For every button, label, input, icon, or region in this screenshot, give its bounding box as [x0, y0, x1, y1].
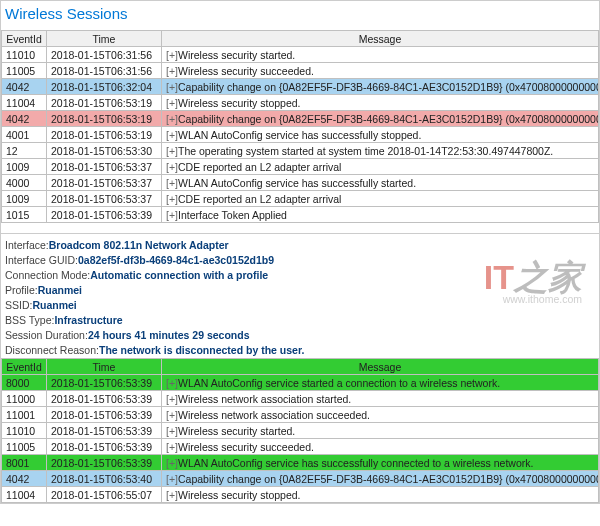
message-text: Wireless security stopped.	[178, 489, 301, 501]
expand-icon[interactable]: [+]	[166, 393, 178, 405]
cell-eventid: 1009	[2, 191, 47, 207]
cell-message: [+]Wireless network association succeede…	[162, 407, 599, 423]
message-text: WLAN AutoConfig service started a connec…	[178, 377, 500, 389]
detail-value: 0a82ef5f-df3b-4669-84c1-ae3c0152d1b9	[78, 254, 274, 266]
cell-message: [+]CDE reported an L2 adapter arrival	[162, 159, 599, 175]
expand-icon[interactable]: [+]	[166, 113, 178, 125]
table-row[interactable]: 40422018-01-15T06:53:40[+]Capability cha…	[2, 471, 599, 487]
table-row[interactable]: 110042018-01-15T06:55:07[+]Wireless secu…	[2, 487, 599, 503]
cell-eventid: 4042	[2, 79, 47, 95]
cell-time: 2018-01-15T06:55:07	[47, 487, 162, 503]
col-event-header[interactable]: EventId	[2, 359, 47, 375]
table-row[interactable]: 110052018-01-15T06:31:56[+]Wireless secu…	[2, 63, 599, 79]
col-message-header[interactable]: Message	[162, 359, 599, 375]
expand-icon[interactable]: [+]	[166, 177, 178, 189]
cell-eventid: 1009	[2, 159, 47, 175]
detail-label: BSS Type:	[5, 314, 54, 326]
message-text: The operating system started at system t…	[178, 145, 553, 157]
cell-eventid: 11010	[2, 47, 47, 63]
col-message-header[interactable]: Message	[162, 31, 599, 47]
cell-time: 2018-01-15T06:53:39	[47, 391, 162, 407]
cell-message: [+]WLAN AutoConfig service has successfu…	[162, 175, 599, 191]
cell-time: 2018-01-15T06:53:39	[47, 207, 162, 223]
cell-time: 2018-01-15T06:53:19	[47, 95, 162, 111]
table-row[interactable]: 40002018-01-15T06:53:37[+]WLAN AutoConfi…	[2, 175, 599, 191]
table-row[interactable]: 110102018-01-15T06:53:39[+]Wireless secu…	[2, 423, 599, 439]
cell-time: 2018-01-15T06:31:56	[47, 63, 162, 79]
table-row[interactable]: 40422018-01-15T06:53:19[+]Capability cha…	[2, 111, 599, 127]
cell-eventid: 4001	[2, 127, 47, 143]
table-row[interactable]: 10152018-01-15T06:53:39[+]Interface Toke…	[2, 207, 599, 223]
expand-icon[interactable]: [+]	[166, 145, 178, 157]
message-text: WLAN AutoConfig service has successfully…	[178, 129, 421, 141]
expand-icon[interactable]: [+]	[166, 81, 178, 93]
detail-label: Session Duration:	[5, 329, 88, 341]
table-row[interactable]: 40012018-01-15T06:53:19[+]WLAN AutoConfi…	[2, 127, 599, 143]
col-event-header[interactable]: EventId	[2, 31, 47, 47]
col-time-header[interactable]: Time	[47, 359, 162, 375]
cell-time: 2018-01-15T06:53:19	[47, 111, 162, 127]
expand-icon[interactable]: [+]	[166, 193, 178, 205]
expand-icon[interactable]: [+]	[166, 209, 178, 221]
expand-icon[interactable]: [+]	[166, 161, 178, 173]
cell-time: 2018-01-15T06:53:30	[47, 143, 162, 159]
cell-eventid: 12	[2, 143, 47, 159]
detail-value: 24 hours 41 minutes 29 seconds	[88, 329, 250, 341]
cell-message: [+]CDE reported an L2 adapter arrival	[162, 191, 599, 207]
expand-icon[interactable]: [+]	[166, 65, 178, 77]
cell-time: 2018-01-15T06:53:37	[47, 191, 162, 207]
expand-icon[interactable]: [+]	[166, 441, 178, 453]
expand-icon[interactable]: [+]	[166, 377, 178, 389]
expand-icon[interactable]: [+]	[166, 97, 178, 109]
cell-eventid: 4000	[2, 175, 47, 191]
detail-label: Connection Mode:	[5, 269, 90, 281]
message-text: Wireless security succeeded.	[178, 441, 314, 453]
cell-message: [+]Wireless security succeeded.	[162, 439, 599, 455]
expand-icon[interactable]: [+]	[166, 49, 178, 61]
table-row[interactable]: 110042018-01-15T06:53:19[+]Wireless secu…	[2, 95, 599, 111]
message-text: Capability change on {0A82EF5F-DF3B-4669…	[178, 473, 599, 485]
expand-icon[interactable]: [+]	[166, 409, 178, 421]
message-text: CDE reported an L2 adapter arrival	[178, 161, 341, 173]
cell-time: 2018-01-15T06:53:39	[47, 407, 162, 423]
table-row[interactable]: 110002018-01-15T06:53:39[+]Wireless netw…	[2, 391, 599, 407]
table-row[interactable]: 110102018-01-15T06:31:56[+]Wireless secu…	[2, 47, 599, 63]
cell-message: [+]WLAN AutoConfig service has successfu…	[162, 455, 599, 471]
cell-message: [+]Wireless security stopped.	[162, 487, 599, 503]
table-row[interactable]: 110052018-01-15T06:53:39[+]Wireless secu…	[2, 439, 599, 455]
table-row[interactable]: 10092018-01-15T06:53:37[+]CDE reported a…	[2, 159, 599, 175]
detail-value: Infrastructure	[54, 314, 122, 326]
cell-eventid: 11005	[2, 63, 47, 79]
table-row[interactable]: 122018-01-15T06:53:30[+]The operating sy…	[2, 143, 599, 159]
message-text: Capability change on {0A82EF5F-DF3B-4669…	[178, 113, 599, 125]
cell-time: 2018-01-15T06:53:39	[47, 423, 162, 439]
col-time-header[interactable]: Time	[47, 31, 162, 47]
cell-eventid: 11000	[2, 391, 47, 407]
detail-label: Interface GUID:	[5, 254, 78, 266]
expand-icon[interactable]: [+]	[166, 129, 178, 141]
detail-value: Broadcom 802.11n Network Adapter	[49, 239, 229, 251]
cell-message: [+]Wireless security started.	[162, 47, 599, 63]
detail-value: Ruanmei	[32, 299, 76, 311]
expand-icon[interactable]: [+]	[166, 457, 178, 469]
message-text: Wireless security started.	[178, 49, 295, 61]
cell-message: [+]Wireless security stopped.	[162, 95, 599, 111]
detail-value: Ruanmei	[38, 284, 82, 296]
cell-eventid: 1015	[2, 207, 47, 223]
table-row[interactable]: 110012018-01-15T06:53:39[+]Wireless netw…	[2, 407, 599, 423]
table-row[interactable]: 80012018-01-15T06:53:39[+]WLAN AutoConfi…	[2, 455, 599, 471]
message-text: WLAN AutoConfig service has successfully…	[178, 177, 416, 189]
table-row[interactable]: 10092018-01-15T06:53:37[+]CDE reported a…	[2, 191, 599, 207]
events-table-2: EventId Time Message 80002018-01-15T06:5…	[1, 358, 599, 503]
cell-eventid: 11010	[2, 423, 47, 439]
expand-icon[interactable]: [+]	[166, 425, 178, 437]
expand-icon[interactable]: [+]	[166, 489, 178, 501]
page-title: Wireless Sessions	[5, 5, 599, 22]
cell-eventid: 8001	[2, 455, 47, 471]
cell-time: 2018-01-15T06:31:56	[47, 47, 162, 63]
table-row[interactable]: 80002018-01-15T06:53:39[+]WLAN AutoConfi…	[2, 375, 599, 391]
cell-message: [+]Capability change on {0A82EF5F-DF3B-4…	[162, 471, 599, 487]
expand-icon[interactable]: [+]	[166, 473, 178, 485]
table-row[interactable]: 40422018-01-15T06:32:04[+]Capability cha…	[2, 79, 599, 95]
cell-eventid: 4042	[2, 111, 47, 127]
